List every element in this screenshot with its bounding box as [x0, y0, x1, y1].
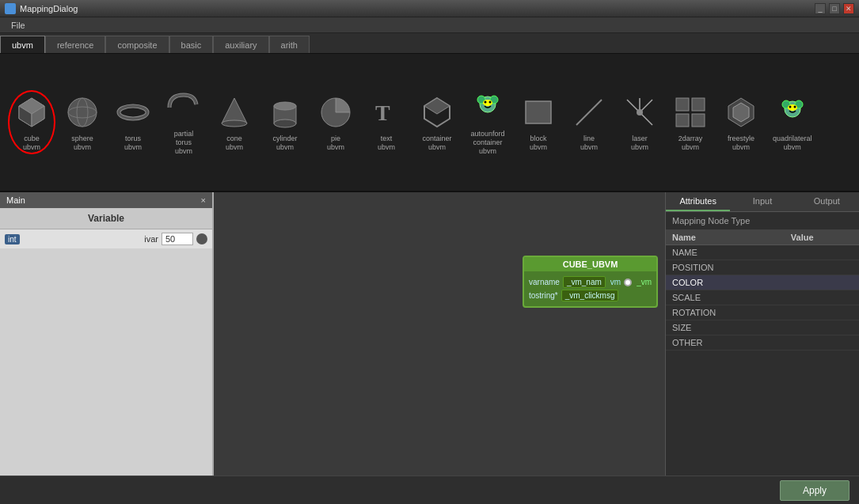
attr-name-position: POSITION [666, 260, 785, 275]
svg-point-22 [489, 101, 492, 104]
close-button[interactable]: ✕ [843, 3, 854, 14]
canvas-area[interactable]: CUBE_UBVM varname _vm_nam vm _vm tostrin… [214, 192, 665, 476]
svg-point-20 [483, 100, 492, 106]
autounford-icon [469, 89, 507, 127]
quadrilateral-icon [773, 93, 811, 131]
tool-autounford-ubvm[interactable]: autounfordcontainerubvm [464, 85, 511, 158]
tool-block-label: blockubvm [530, 135, 547, 152]
tab-reference[interactable]: reference [45, 36, 105, 53]
tool-cylinder-label: cylinderubvm [272, 135, 297, 152]
attr-row-color[interactable]: COLOR [666, 275, 859, 290]
tool-laser-ubvm[interactable]: laserubvm [616, 90, 663, 155]
bottom-bar: Apply [0, 476, 859, 504]
tab-composite[interactable]: composite [105, 36, 169, 53]
freestyle-icon [722, 93, 760, 131]
variable-row: int ivar [0, 229, 212, 248]
node-output-port[interactable] [624, 279, 632, 286]
tool-cylinder-ubvm[interactable]: cylinderubvm [261, 90, 309, 155]
tool-container-ubvm[interactable]: containerubvm [413, 90, 461, 155]
maximize-button[interactable]: □ [829, 3, 840, 14]
left-panel: Main × Variable int ivar [0, 192, 214, 476]
mapping-node-type-label: Mapping Node Type [666, 212, 859, 230]
vm-output-label: _vm [637, 278, 652, 286]
apply-button[interactable]: Apply [780, 480, 849, 501]
window-controls: _ □ ✕ [815, 3, 854, 14]
torus-icon [114, 93, 152, 131]
tool-partial-torus-ubvm[interactable]: partialtorusubvm [160, 85, 207, 158]
attr-name-other: OTHER [666, 335, 785, 351]
svg-point-21 [485, 101, 487, 104]
menu-file[interactable]: File [6, 19, 30, 32]
tool-partial-torus-label: partialtorusubvm [174, 130, 194, 155]
node-row-tostring: tostring* _vm_clickmsg [529, 290, 652, 301]
tool-sphere-label: sphereubvm [71, 135, 93, 152]
svg-rect-32 [676, 114, 689, 127]
tab-basic[interactable]: basic [169, 36, 214, 53]
cube-icon [13, 93, 51, 131]
attr-row-position[interactable]: POSITION [666, 260, 859, 275]
svg-point-10 [222, 120, 247, 127]
variable-name: ivar [23, 234, 158, 244]
tool-cube-label: cubeubvm [23, 135, 40, 152]
cone-icon [215, 93, 253, 131]
tool-text-ubvm[interactable]: T textubvm [363, 90, 410, 155]
col-name-header: Name [666, 230, 785, 245]
svg-rect-31 [692, 98, 705, 111]
tool-sphere-ubvm[interactable]: sphereubvm [59, 90, 106, 155]
tab-attributes[interactable]: Attributes [666, 192, 730, 211]
attr-value-color [785, 275, 859, 290]
attr-name-size: SIZE [666, 320, 785, 335]
varname-value: _vm_nam [563, 276, 606, 288]
variable-slider[interactable] [196, 233, 207, 244]
svg-marker-16 [424, 98, 450, 114]
attr-row-other[interactable]: OTHER [666, 335, 859, 351]
tab-output[interactable]: Output [795, 192, 859, 211]
variable-type: int [5, 234, 20, 244]
tool-pie-label: pieubvm [327, 135, 344, 152]
attr-name-rotation: ROTATION [666, 305, 785, 320]
tool-torus-label: torusubvm [124, 135, 142, 152]
tostring-label: tostring* [529, 291, 558, 300]
tool-freestyle-ubvm[interactable]: freestyleubvm [717, 90, 765, 155]
tool-line-ubvm[interactable]: lineubvm [565, 90, 613, 155]
attr-row-scale[interactable]: SCALE [666, 290, 859, 305]
svg-point-29 [637, 109, 643, 116]
attributes-table: Name Value NAMEPOSITIONCOLORSCALEROTATIO… [666, 230, 859, 351]
tool-block-ubvm[interactable]: blockubvm [515, 90, 562, 155]
app-title: MappingDialog [20, 4, 815, 13]
menu-bar: File [0, 17, 859, 33]
attr-name-color: COLOR [666, 275, 785, 290]
tostring-value: _vm_clickmsg [561, 290, 619, 301]
tool-torus-ubvm[interactable]: torusubvm [109, 90, 157, 155]
attr-row-name[interactable]: NAME [666, 245, 859, 260]
svg-point-41 [793, 105, 796, 108]
left-panel-close[interactable]: × [201, 195, 206, 205]
tab-arith[interactable]: arith [269, 36, 310, 53]
tab-ubvm[interactable]: ubvm [0, 36, 45, 53]
minimize-button[interactable]: _ [815, 3, 826, 14]
svg-point-4 [68, 98, 97, 127]
tab-auxiliary[interactable]: auxiliary [213, 36, 268, 53]
tool-cube-ubvm[interactable]: cubeubvm [8, 90, 55, 155]
laser-icon [621, 93, 659, 131]
attr-name-scale: SCALE [666, 290, 785, 305]
tool-pie-ubvm[interactable]: pieubvm [312, 90, 359, 155]
icon-toolbar: cubeubvm sphereubvm torusubvm [0, 54, 859, 192]
app-icon [5, 3, 16, 14]
attr-row-rotation[interactable]: ROTATION [666, 305, 859, 320]
attr-row-size[interactable]: SIZE [666, 320, 859, 335]
tool-cone-ubvm[interactable]: coneubvm [211, 90, 258, 155]
cube-ubvm-node[interactable]: CUBE_UBVM varname _vm_nam vm _vm tostrin… [523, 256, 658, 308]
tab-input[interactable]: Input [730, 192, 794, 211]
node-row-varname: varname _vm_nam vm _vm [529, 276, 652, 288]
right-panel-tabs: Attributes Input Output [666, 192, 859, 212]
svg-rect-23 [526, 101, 551, 123]
tool-2darray-ubvm[interactable]: 2darrayubvm [667, 90, 714, 155]
tool-2darray-label: 2darrayubvm [678, 135, 703, 152]
node-title: CUBE_UBVM [524, 257, 656, 271]
tool-autounford-label: autounfordcontainerubvm [470, 130, 504, 155]
variable-value-input[interactable] [162, 233, 193, 245]
tool-quadrilateral-ubvm[interactable]: quadrilateralubvm [768, 90, 817, 155]
svg-line-24 [576, 100, 602, 125]
attr-value-other [785, 335, 859, 351]
